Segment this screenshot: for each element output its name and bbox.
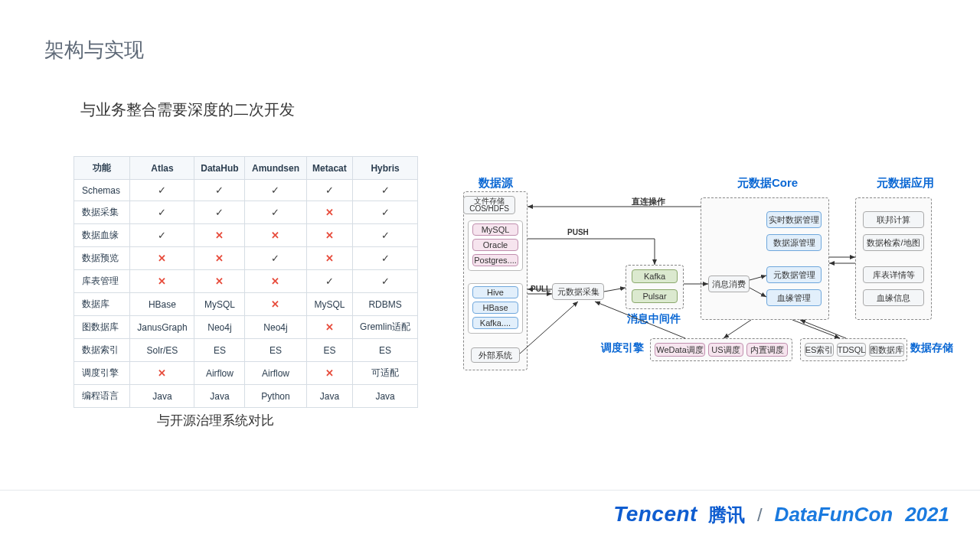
table-row: 图数据库JanusGraphNeo4jNeo4j✕Gremlin适配 bbox=[74, 316, 418, 339]
cell: ✓ bbox=[353, 247, 418, 270]
table-row: 库表管理✕✕✕✓✓ bbox=[74, 270, 418, 293]
cell: ✕ bbox=[306, 247, 353, 270]
cell: HBase bbox=[130, 293, 194, 316]
row-label: 编程语言 bbox=[74, 385, 130, 408]
cell: ✕ bbox=[306, 224, 353, 247]
node-hbase: HBase bbox=[472, 302, 518, 314]
node-hive: Hive bbox=[472, 286, 518, 298]
col-1: Atlas bbox=[130, 157, 194, 180]
svg-line-5 bbox=[604, 288, 626, 292]
node-meta-mgmt: 元数据管理 bbox=[766, 266, 822, 283]
architecture-diagram: 数据源 元数据Core 元数据应用 文件存储COS/HDFS MySQL Ora… bbox=[463, 176, 953, 375]
node-app-search: 数据检索/地图 bbox=[863, 234, 924, 251]
node-postgres: Postgres.... bbox=[472, 254, 518, 266]
node-wedata: WeData调度 bbox=[655, 343, 705, 357]
node-builtin: 内置调度 bbox=[746, 343, 788, 357]
table-row: 数据库HBaseMySQL✕MySQLRDBMS bbox=[74, 293, 418, 316]
node-rt-mgmt: 实时数据管理 bbox=[766, 211, 822, 228]
cell: JanusGraph bbox=[130, 316, 194, 339]
section-core: 元数据Core bbox=[737, 176, 798, 191]
cell: Java bbox=[306, 385, 353, 408]
table-row: 编程语言JavaJavaPythonJavaJava bbox=[74, 385, 418, 408]
node-file-store: 文件存储COS/HDFS bbox=[463, 196, 515, 214]
cell: ✕ bbox=[194, 270, 245, 293]
cell: ✕ bbox=[130, 362, 194, 385]
cell: ✕ bbox=[245, 270, 306, 293]
table-caption: 与开源治理系统对比 bbox=[157, 412, 274, 429]
col-5: Hybris bbox=[353, 157, 418, 180]
table-row: 数据血缘✓✕✕✕✓ bbox=[74, 224, 418, 247]
row-label: 调度引擎 bbox=[74, 362, 130, 385]
row-label: Schemas bbox=[74, 180, 130, 201]
cell: ✓ bbox=[130, 180, 194, 201]
node-app-fed: 联邦计算 bbox=[863, 211, 924, 228]
section-msg: 消息中间件 bbox=[627, 312, 681, 326]
node-es: ES索引 bbox=[805, 343, 834, 357]
row-label: 数据预览 bbox=[74, 247, 130, 270]
datafuncon-logo: DataFunCon bbox=[775, 503, 893, 527]
cell: Airflow bbox=[194, 362, 245, 385]
footer: Tencent 腾讯 / DataFunCon 2021 bbox=[613, 502, 949, 527]
footer-slash: / bbox=[757, 504, 763, 526]
node-consume: 消息消费 bbox=[708, 276, 750, 292]
cell: ✓ bbox=[353, 201, 418, 224]
node-kafka: Kafka bbox=[632, 269, 678, 283]
node-mysql: MySQL bbox=[472, 223, 518, 236]
cell: ✓ bbox=[306, 180, 353, 201]
node-app-lineage: 血缘信息 bbox=[863, 289, 924, 306]
row-label: 数据采集 bbox=[74, 201, 130, 224]
node-pulsar: Pulsar bbox=[632, 289, 678, 303]
cell: Solr/ES bbox=[130, 339, 194, 362]
node-tdsql: TDSQL bbox=[837, 343, 866, 357]
cell: ✓ bbox=[245, 180, 306, 201]
svg-line-13 bbox=[724, 320, 751, 338]
cell: ✓ bbox=[245, 247, 306, 270]
node-src-mgmt: 数据源管理 bbox=[766, 234, 822, 251]
label-push: PUSH bbox=[567, 228, 589, 236]
svg-line-11 bbox=[520, 302, 578, 354]
cell: Java bbox=[353, 385, 418, 408]
cell: ✕ bbox=[245, 224, 306, 247]
cell: Neo4j bbox=[194, 316, 245, 339]
cell: ✓ bbox=[194, 201, 245, 224]
node-us: US调度 bbox=[708, 343, 743, 357]
row-label: 数据库 bbox=[74, 293, 130, 316]
cell: ✓ bbox=[353, 270, 418, 293]
cell: Airflow bbox=[245, 362, 306, 385]
comparison-table: 功能AtlasDataHubAmundsenMetacatHybris Sche… bbox=[74, 156, 418, 408]
cell: ✕ bbox=[306, 201, 353, 224]
tencent-logo-en: Tencent bbox=[613, 502, 697, 527]
node-graphdb: 图数据库 bbox=[869, 343, 904, 357]
cell: ✓ bbox=[130, 201, 194, 224]
cell: ✓ bbox=[194, 180, 245, 201]
footer-divider bbox=[0, 490, 980, 491]
cell: ✓ bbox=[353, 224, 418, 247]
node-kafka-src: Kafka.... bbox=[472, 317, 518, 329]
section-sched: 调度引擎 bbox=[601, 341, 644, 355]
node-oracle: Oracle bbox=[472, 239, 518, 251]
col-0: 功能 bbox=[74, 157, 130, 180]
cell: MySQL bbox=[194, 293, 245, 316]
col-2: DataHub bbox=[194, 157, 245, 180]
cell: ✕ bbox=[306, 316, 353, 339]
table-row: 调度引擎✕AirflowAirflow✕可适配 bbox=[74, 362, 418, 385]
cell: ES bbox=[353, 339, 418, 362]
node-collect: 元数据采集 bbox=[552, 283, 604, 300]
cell: MySQL bbox=[306, 293, 353, 316]
cell: Gremlin适配 bbox=[353, 316, 418, 339]
node-ext: 外部系统 bbox=[471, 347, 520, 363]
page-title: 架构与实现 bbox=[44, 37, 144, 64]
cell: Python bbox=[245, 385, 306, 408]
cell: Java bbox=[130, 385, 194, 408]
table-row: 数据索引Solr/ESESESESES bbox=[74, 339, 418, 362]
page-subtitle: 与业务整合需要深度的二次开发 bbox=[80, 99, 295, 120]
cell: ES bbox=[306, 339, 353, 362]
section-store: 数据存储 bbox=[910, 341, 953, 355]
row-label: 库表管理 bbox=[74, 270, 130, 293]
cell: ✕ bbox=[194, 247, 245, 270]
cell: Neo4j bbox=[245, 316, 306, 339]
table-row: 数据采集✓✓✓✕✓ bbox=[74, 201, 418, 224]
cell: ES bbox=[194, 339, 245, 362]
col-3: Amundsen bbox=[245, 157, 306, 180]
tencent-logo-zh: 腾讯 bbox=[708, 503, 745, 527]
